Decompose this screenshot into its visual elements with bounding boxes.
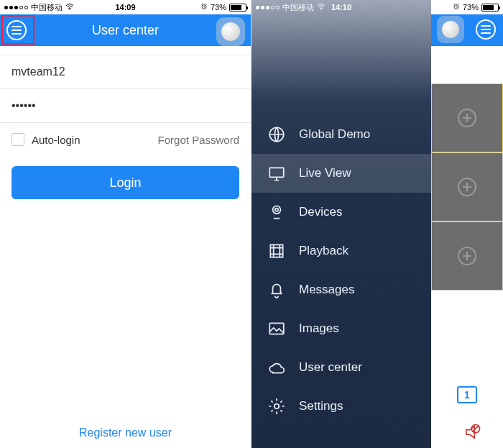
options-row: Auto-login Forgot Password xyxy=(0,123,251,156)
svg-point-7 xyxy=(273,206,281,214)
alarm-icon xyxy=(200,3,208,12)
svg-rect-9 xyxy=(270,244,282,257)
status-bar: 中国移动 14:10 xyxy=(251,0,431,14)
password-row xyxy=(0,89,251,123)
svg-point-11 xyxy=(274,404,280,409)
status-bar-right: 73% xyxy=(431,0,503,14)
battery-percent: 73% xyxy=(211,3,226,12)
signal-dots-icon xyxy=(256,6,280,9)
drawer-item-label: Settings xyxy=(299,399,343,413)
phone-drawer-screen: 1 中国移动 14:10 xyxy=(251,0,503,448)
drawer-item-global-demo[interactable]: Global Demo xyxy=(251,115,431,154)
add-icon xyxy=(458,178,476,196)
header-bar: User center xyxy=(0,14,251,46)
forgot-password-link[interactable]: Forgot Password xyxy=(158,134,239,146)
add-icon xyxy=(458,247,476,265)
camera-grid xyxy=(431,46,503,291)
signal-dots-icon xyxy=(4,6,28,9)
battery-icon xyxy=(481,4,499,12)
battery-percent: 73% xyxy=(463,3,479,12)
wifi-icon xyxy=(65,3,74,12)
status-bar: 中国移动 14:09 73% xyxy=(0,0,251,14)
drawer-item-images[interactable]: Images xyxy=(251,309,431,348)
username-row xyxy=(0,55,251,89)
image-icon xyxy=(267,319,286,338)
navigation-drawer: 中国移动 14:10 Global Demo Live View xyxy=(251,0,431,448)
drawer-item-label: Messages xyxy=(299,283,354,297)
assistive-touch-button[interactable] xyxy=(437,16,464,43)
camera-slot-2[interactable] xyxy=(431,152,503,221)
camera-slot-1[interactable] xyxy=(431,83,503,152)
cloud-icon xyxy=(267,358,286,377)
drawer-header-image xyxy=(251,0,431,101)
carrier-label: 中国移动 xyxy=(31,2,63,13)
assistive-orb-icon xyxy=(442,21,459,38)
svg-rect-10 xyxy=(269,323,284,334)
username-input[interactable] xyxy=(11,65,239,78)
add-icon xyxy=(458,109,476,127)
carrier-label: 中国移动 xyxy=(282,2,314,13)
drawer-item-label: User center xyxy=(299,360,362,375)
drawer-item-label: Images xyxy=(299,321,339,336)
assistive-touch-button[interactable] xyxy=(216,17,245,46)
camera-icon xyxy=(267,203,286,221)
battery-icon xyxy=(229,4,246,12)
assistive-orb-icon xyxy=(221,22,240,41)
svg-point-8 xyxy=(275,209,278,211)
drawer-item-label: Live View xyxy=(299,166,351,180)
drawer-menu: Global Demo Live View Devices Playback M… xyxy=(251,115,431,426)
checkbox-icon xyxy=(11,133,24,146)
mute-icon[interactable] xyxy=(463,423,481,444)
phone-login-screen: 中国移动 14:09 73% User center xyxy=(0,0,251,448)
drawer-item-label: Global Demo xyxy=(299,127,370,142)
menu-button[interactable] xyxy=(476,19,497,41)
register-link[interactable]: Register new user xyxy=(0,426,251,439)
svg-point-0 xyxy=(69,9,70,10)
wifi-icon xyxy=(317,3,326,12)
drawer-item-playback[interactable]: Playback xyxy=(251,232,431,270)
gear-icon xyxy=(267,397,286,416)
drawer-item-messages[interactable]: Messages xyxy=(251,270,431,309)
drawer-item-label: Devices xyxy=(299,205,342,219)
audio-toolbar xyxy=(447,422,497,445)
password-input[interactable] xyxy=(11,99,239,112)
drawer-item-live-view[interactable]: Live View xyxy=(251,154,431,193)
drawer-item-label: Playback xyxy=(299,244,349,258)
globe-icon xyxy=(267,125,286,144)
login-button[interactable]: Login xyxy=(11,166,239,199)
drawer-item-user-center[interactable]: User center xyxy=(251,348,431,387)
clock-label: 14:10 xyxy=(331,3,351,12)
film-icon xyxy=(267,242,286,260)
auto-login-label: Auto-login xyxy=(32,134,80,146)
layout-1-button[interactable]: 1 xyxy=(457,386,477,403)
svg-point-4 xyxy=(320,9,322,10)
camera-slot-3[interactable] xyxy=(431,221,503,291)
layout-toolbar: 1 xyxy=(431,380,503,409)
hamburger-icon xyxy=(476,19,496,40)
monitor-icon xyxy=(267,164,286,183)
drawer-item-devices[interactable]: Devices xyxy=(251,193,431,232)
bell-icon xyxy=(267,280,286,299)
menu-button[interactable] xyxy=(4,18,29,42)
hamburger-icon xyxy=(6,20,27,40)
auto-login-checkbox[interactable]: Auto-login xyxy=(11,133,80,146)
page-title: User center xyxy=(92,23,159,38)
drawer-item-settings[interactable]: Settings xyxy=(251,387,431,426)
alarm-icon xyxy=(453,3,460,12)
clock-label: 14:09 xyxy=(115,3,135,12)
svg-rect-6 xyxy=(269,168,284,177)
